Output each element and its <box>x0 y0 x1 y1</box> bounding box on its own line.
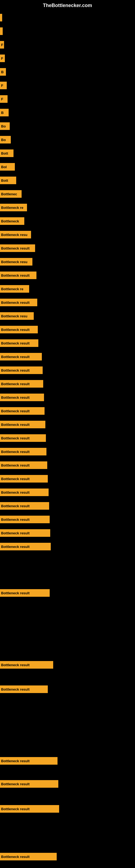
bar-container: Bottleneck result <box>0 367 135 374</box>
result-bar: Bottleneck result <box>0 853 57 860</box>
result-bar <box>0 27 3 35</box>
result-bar: Bottleneck result <box>0 394 44 401</box>
result-bar: B <box>0 68 6 76</box>
bar-container: Bottleneck result <box>0 434 135 442</box>
bar-container: Bottleneck result <box>0 489 135 496</box>
result-bar: Bottleneck result <box>0 529 50 537</box>
bar-container: Bottleneck result <box>0 353 135 361</box>
bar-container: B <box>0 68 135 76</box>
bar-container: Bottleneck result <box>0 461 135 469</box>
result-bar: Bottleneck result <box>0 272 37 279</box>
result-bar: Bottleneck result <box>0 543 51 550</box>
result-bar: Bottleneck result <box>0 339 38 347</box>
result-bar: F <box>0 82 7 89</box>
bar-container: Bottlenec <box>0 190 135 198</box>
bar-container: Bol <box>0 163 135 170</box>
bar-container: Bo <box>0 136 135 144</box>
result-bar: Bottleneck result <box>0 516 50 523</box>
result-bar: Bottleneck result <box>0 661 53 669</box>
bar-container: Bottleneck result <box>0 299 135 306</box>
result-bar: Bol <box>0 163 15 170</box>
result-bar: Bottleneck result <box>0 326 38 333</box>
bar-container: Bottleneck re <box>0 285 135 293</box>
result-bar: Bottleneck result <box>0 589 50 597</box>
bar-container: Bottleneck result <box>0 589 135 597</box>
bar-container: Bottleneck result <box>0 244 135 252</box>
bar-container: Bottleneck result <box>0 757 135 765</box>
result-bar: Bottleneck result <box>0 489 49 496</box>
bar-container: Bottleneck <box>0 217 135 225</box>
result-bar: Bottleneck <box>0 217 24 225</box>
bar-container: F <box>0 95 135 103</box>
result-bar: Bo <box>0 122 10 130</box>
result-bar: Bottleneck result <box>0 461 47 469</box>
site-title: TheBottlenecker.com <box>0 0 135 10</box>
bar-container: Bottleneck resu <box>0 312 135 320</box>
result-bar: F <box>0 95 8 103</box>
bar-container: Bottleneck resu <box>0 258 135 266</box>
bar-container <box>0 27 135 35</box>
bar-container: Bott <box>0 150 135 157</box>
bar-container: Bottleneck result <box>0 407 135 415</box>
result-bar: Bottleneck result <box>0 502 49 510</box>
result-bar: Bottleneck result <box>0 421 45 428</box>
bar-container: F <box>0 55 135 62</box>
bar-container: Bottleneck result <box>0 516 135 523</box>
bar-container: B <box>0 109 135 116</box>
result-bar: Bottlenec <box>0 190 21 198</box>
bar-container: Bottleneck result <box>0 543 135 550</box>
bar-container: F <box>0 41 135 49</box>
result-bar: Bottleneck result <box>0 407 45 415</box>
result-bar: Bottleneck result <box>0 244 35 252</box>
bar-container: Bottleneck result <box>0 394 135 401</box>
bar-container: Bott <box>0 177 135 184</box>
bar-container: Bottleneck result <box>0 339 135 347</box>
bar-container <box>0 14 135 22</box>
result-bar: Bottleneck result <box>0 353 42 361</box>
result-bar: Bottleneck result <box>0 780 58 788</box>
bar-container: Bottleneck result <box>0 661 135 669</box>
result-bar: Bott <box>0 177 16 184</box>
bar-container: Bottleneck result <box>0 853 135 860</box>
bar-container: F <box>0 82 135 89</box>
result-bar: Bottleneck resu <box>0 312 34 320</box>
result-bar: Bottleneck result <box>0 380 43 388</box>
bar-container: Bottleneck result <box>0 805 135 813</box>
bar-container: Bottleneck result <box>0 780 135 788</box>
result-bar: Bottleneck result <box>0 448 46 456</box>
bar-container: Bottleneck result <box>0 475 135 483</box>
result-bar: Bottleneck result <box>0 367 43 374</box>
result-bar: F <box>0 41 4 49</box>
result-bar: Bottleneck result <box>0 434 46 442</box>
bar-container: Bottleneck result <box>0 326 135 333</box>
bar-container: Bottleneck resu <box>0 231 135 239</box>
result-bar: Bottleneck resu <box>0 231 31 239</box>
bar-container: Bottleneck re <box>0 204 135 211</box>
bar-container: Bottleneck result <box>0 448 135 456</box>
result-bar: F <box>0 55 5 62</box>
result-bar: Bottleneck re <box>0 204 27 211</box>
result-bar: Bott <box>0 150 13 157</box>
result-bar: Bottleneck result <box>0 685 48 693</box>
result-bar: Bottleneck re <box>0 285 29 293</box>
bar-container: Bottleneck result <box>0 502 135 510</box>
bar-container: Bottleneck result <box>0 380 135 388</box>
bar-container: Bo <box>0 122 135 130</box>
result-bar: Bottleneck result <box>0 299 37 306</box>
bar-container: Bottleneck result <box>0 421 135 428</box>
result-bar: B <box>0 109 9 116</box>
result-bar: Bottleneck result <box>0 475 48 483</box>
result-bar <box>0 14 2 22</box>
result-bar: Bo <box>0 136 11 144</box>
bar-container: Bottleneck result <box>0 529 135 537</box>
result-bar: Bottleneck result <box>0 757 57 765</box>
result-bar: Bottleneck resu <box>0 258 32 266</box>
bar-container: Bottleneck result <box>0 272 135 279</box>
result-bar: Bottleneck result <box>0 805 59 813</box>
bar-container: Bottleneck result <box>0 685 135 693</box>
